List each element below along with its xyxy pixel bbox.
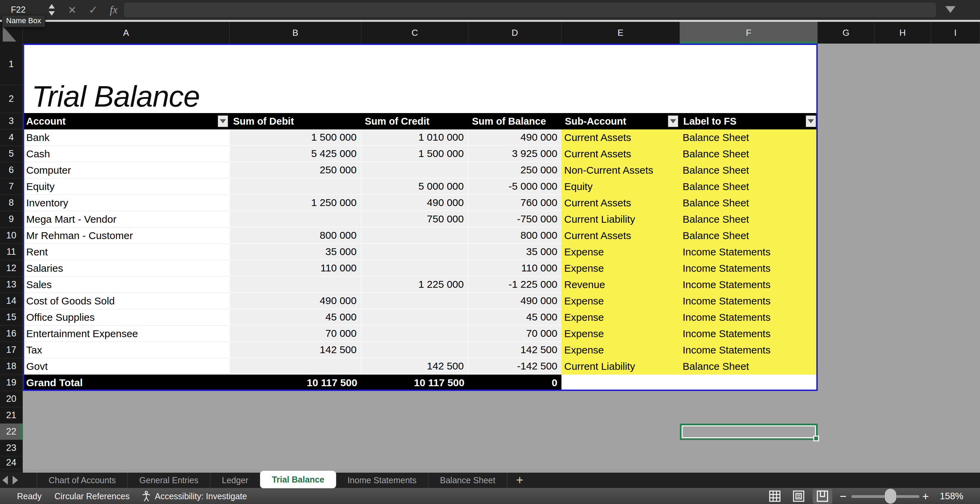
cell-account[interactable]: Bank: [23, 129, 230, 146]
cell-sub-account[interactable]: Current Assets: [562, 195, 680, 211]
row-header-6[interactable]: 6: [0, 162, 23, 179]
cell-label-to-fs[interactable]: Income Statements: [680, 276, 818, 293]
cell-balance[interactable]: 70 000: [469, 325, 562, 342]
row-header-10[interactable]: 10: [0, 228, 23, 244]
cell-debit[interactable]: 490 000: [230, 293, 361, 309]
cell-credit[interactable]: [361, 293, 469, 309]
cell-balance[interactable]: 35 000: [469, 244, 562, 260]
cell-balance[interactable]: -1 225 000: [469, 276, 562, 293]
column-header-b[interactable]: B: [230, 22, 361, 44]
page-break-preview-button[interactable]: [813, 489, 832, 504]
cell-credit[interactable]: [361, 325, 469, 342]
cell-balance[interactable]: 142 500: [469, 342, 562, 358]
cell-label-to-fs[interactable]: Income Statements: [680, 244, 818, 260]
cell-debit[interactable]: 1 250 000: [230, 195, 361, 211]
cell-balance[interactable]: 45 000: [469, 309, 562, 325]
cell-credit[interactable]: [361, 342, 469, 358]
zoom-slider-thumb[interactable]: [885, 489, 896, 504]
row-header-22[interactable]: 22: [0, 424, 23, 440]
accessibility-status[interactable]: Accessibility: Investigate: [155, 488, 247, 504]
grand-total-credit[interactable]: 10 117 500: [361, 375, 469, 391]
cell-label-to-fs[interactable]: Balance Sheet: [680, 129, 818, 146]
cell-debit[interactable]: [230, 179, 361, 195]
row-header-24[interactable]: 24: [0, 456, 23, 469]
column-header-d[interactable]: D: [469, 22, 562, 44]
cell-sub-account[interactable]: Equity: [562, 179, 680, 195]
row-header-9[interactable]: 9: [0, 211, 23, 228]
tabs-scroll-left-button[interactable]: [0, 473, 10, 488]
cell-account[interactable]: Sales: [23, 276, 230, 293]
cell-account[interactable]: Office Supplies: [23, 309, 230, 325]
cell-sub-account[interactable]: Expense: [562, 309, 680, 325]
cell-account[interactable]: Computer: [23, 162, 230, 179]
cell-debit[interactable]: [230, 211, 361, 228]
cell-sub-account[interactable]: Expense: [562, 325, 680, 342]
cell-debit[interactable]: [230, 358, 361, 375]
cell-credit[interactable]: [361, 260, 469, 276]
row-header-16[interactable]: 16: [0, 325, 23, 342]
cell-credit[interactable]: 750 000: [361, 211, 469, 228]
formula-bar-expand-icon[interactable]: [945, 6, 956, 13]
cell-debit[interactable]: [230, 276, 361, 293]
cancel-icon[interactable]: ✕: [65, 0, 79, 20]
cell-label-to-fs[interactable]: Balance Sheet: [680, 228, 818, 244]
formula-input[interactable]: [124, 3, 936, 17]
cell-account[interactable]: Mega Mart - Vendor: [23, 211, 230, 228]
table-header-sum-of-credit[interactable]: Sum of Credit: [361, 113, 469, 129]
sheet-tab-trial-balance[interactable]: Trial Balance: [260, 471, 336, 488]
enter-icon[interactable]: ✓: [86, 0, 101, 20]
cell-credit[interactable]: 1 225 000: [361, 276, 469, 293]
cell-balance[interactable]: -5 000 000: [469, 179, 562, 195]
circular-references-status[interactable]: Circular References: [54, 488, 130, 504]
cell-balance[interactable]: -142 500: [469, 358, 562, 375]
cell-sub-account[interactable]: Expense: [562, 260, 680, 276]
cell-account[interactable]: Govt: [23, 358, 230, 375]
row-header-8[interactable]: 8: [0, 195, 23, 211]
cell-debit[interactable]: 1 500 000: [230, 129, 361, 146]
cell-sub-account[interactable]: Current Liability: [562, 211, 680, 228]
fill-handle[interactable]: [813, 435, 819, 441]
row-header-18[interactable]: 18: [0, 358, 23, 375]
table-header-account[interactable]: Account: [23, 113, 230, 129]
spinner-up-icon[interactable]: [49, 4, 55, 8]
table-header-label-to-fs[interactable]: Label to FS: [680, 113, 818, 129]
row-header-23[interactable]: 23: [0, 440, 23, 456]
cell-credit[interactable]: 142 500: [361, 358, 469, 375]
cell-credit[interactable]: 490 000: [361, 195, 469, 211]
sheet-tab-inome-statements[interactable]: Inome Statements: [336, 473, 428, 488]
cell-sub-account[interactable]: Non-Current Assets: [562, 162, 680, 179]
cell-label-to-fs[interactable]: Income Statements: [680, 309, 818, 325]
cell-sub-account[interactable]: Expense: [562, 293, 680, 309]
sheet-tab-balance-sheet[interactable]: Balance Sheet: [428, 473, 508, 488]
column-header-e[interactable]: E: [562, 22, 680, 44]
cell-account[interactable]: Mr Rehman - Customer: [23, 228, 230, 244]
cell-account[interactable]: Rent: [23, 244, 230, 260]
cell-label-to-fs[interactable]: Income Statements: [680, 260, 818, 276]
cell-debit[interactable]: 5 425 000: [230, 146, 361, 162]
cell-account[interactable]: Salaries: [23, 260, 230, 276]
tabs-scroll-right-button[interactable]: [10, 473, 21, 488]
name-box[interactable]: F22: [11, 5, 25, 14]
cell-label-to-fs[interactable]: Income Statements: [680, 325, 818, 342]
cell-balance[interactable]: 760 000: [469, 195, 562, 211]
column-header-i[interactable]: I: [931, 22, 980, 44]
table-header-sum-of-debit[interactable]: Sum of Debit: [230, 113, 361, 129]
cell-balance[interactable]: 490 000: [469, 129, 562, 146]
sheet-title-cell[interactable]: Trial Balance: [32, 79, 200, 114]
zoom-level[interactable]: 158%: [940, 488, 963, 504]
cell-debit[interactable]: 250 000: [230, 162, 361, 179]
row-header-2[interactable]: 2: [0, 85, 23, 113]
sheet-tab-ledger[interactable]: Ledger: [210, 473, 260, 488]
row-header-5[interactable]: 5: [0, 146, 23, 162]
table-header-sub-account[interactable]: Sub-Account: [562, 113, 680, 129]
row-header-4[interactable]: 4: [0, 129, 23, 146]
cell-sub-account[interactable]: Revenue: [562, 276, 680, 293]
cell-label-to-fs[interactable]: Balance Sheet: [680, 211, 818, 228]
cell-sub-account[interactable]: Current Liability: [562, 358, 680, 375]
cell-credit[interactable]: [361, 244, 469, 260]
column-header-f[interactable]: F: [680, 22, 818, 44]
cell-account[interactable]: Entertainment Expensee: [23, 325, 230, 342]
row-header-12[interactable]: 12: [0, 260, 23, 276]
cell-debit[interactable]: 45 000: [230, 309, 361, 325]
row-header-13[interactable]: 13: [0, 276, 23, 293]
